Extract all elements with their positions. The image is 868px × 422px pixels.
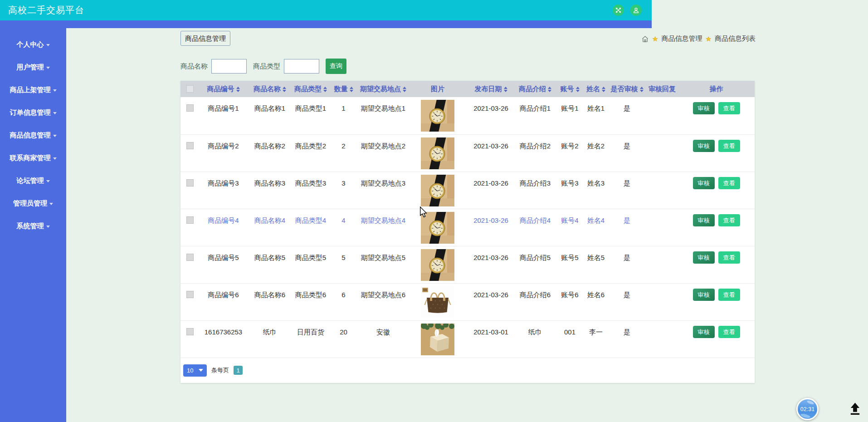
sidebar-item-label: 商品上架管理 (10, 86, 51, 93)
view-button[interactable]: 查看 (718, 289, 740, 301)
product-type-input[interactable] (284, 59, 319, 74)
column-header-label: 商品名称 (254, 85, 281, 93)
table-row: 商品编号5商品名称5商品类型55期望交易地点5 2021-03-26商品介绍5账… (180, 246, 755, 283)
chevron-down-icon (46, 226, 50, 228)
cell-quantity: 20 (329, 320, 358, 358)
audit-button[interactable]: 审核 (693, 251, 715, 264)
sort-icon[interactable] (548, 87, 551, 92)
view-button[interactable]: 查看 (718, 214, 740, 226)
view-button[interactable]: 查看 (718, 326, 740, 338)
breadcrumb-item[interactable]: 商品信息管理 (662, 34, 702, 43)
sidebar-item-order-info[interactable]: 订单信息管理 (0, 101, 66, 124)
sidebar-item-product-listing[interactable]: 商品上架管理 (0, 79, 66, 101)
column-header-audited[interactable]: 是否审核 (608, 81, 646, 97)
watch-photo (421, 212, 454, 244)
sidebar-item-label: 用户管理 (17, 63, 44, 71)
sidebar-item-contact-seller[interactable]: 联系商家管理 (0, 147, 66, 169)
breadcrumb-item[interactable]: 商品信息列表 (715, 34, 756, 43)
home-icon[interactable] (641, 35, 649, 43)
column-header-name[interactable]: 商品名称 (247, 81, 293, 97)
audit-button[interactable]: 审核 (693, 102, 715, 114)
view-button[interactable]: 查看 (718, 102, 740, 114)
cell-location: 期望交易地点3 (358, 172, 408, 209)
cell-location: 期望交易地点1 (358, 97, 408, 134)
select-all-checkbox[interactable] (186, 85, 194, 93)
column-header-label: 商品类型 (294, 85, 322, 93)
sort-icon[interactable] (640, 87, 644, 92)
cell-location: 期望交易地点5 (358, 246, 408, 283)
cell-type: 商品类型4 (293, 209, 329, 246)
column-header-type[interactable]: 商品类型 (293, 81, 329, 97)
audit-button[interactable]: 审核 (693, 289, 715, 301)
sort-icon[interactable] (283, 87, 286, 92)
column-header-quantity[interactable]: 数量 (329, 81, 358, 97)
row-checkbox[interactable] (186, 104, 194, 112)
row-checkbox[interactable] (186, 291, 194, 298)
recording-timer-badge: 02:31 (796, 398, 819, 420)
sort-icon[interactable] (236, 87, 240, 92)
chevron-down-icon (53, 89, 57, 92)
audit-button[interactable]: 审核 (693, 214, 715, 226)
column-header-label: 数量 (334, 85, 348, 93)
row-checkbox[interactable] (186, 328, 194, 335)
sort-icon[interactable] (403, 87, 406, 92)
sidebar-item-forum-management[interactable]: 论坛管理 (0, 169, 66, 192)
cell-date: 2021-03-26 (467, 97, 515, 134)
cell-actions: 审核查看 (678, 134, 755, 172)
cell-date: 2021-03-01 (467, 320, 515, 358)
product-name-input[interactable] (211, 59, 247, 74)
view-button[interactable]: 查看 (718, 177, 740, 189)
cell-product-id: 商品编号3 (200, 172, 247, 209)
cell-account: 账号4 (556, 209, 584, 246)
view-button[interactable]: 查看 (718, 140, 740, 152)
column-header-label: 发布日期 (475, 85, 502, 93)
sidebar-item-system-management[interactable]: 系统管理 (0, 215, 66, 237)
user-button[interactable] (630, 5, 642, 16)
cell-product-id: 商品编号4 (200, 209, 247, 246)
product-type-label: 商品类型 (253, 62, 280, 71)
column-header-account[interactable]: 账号 (556, 81, 584, 97)
column-header-date[interactable]: 发布日期 (467, 81, 515, 97)
row-checkbox[interactable] (186, 254, 194, 261)
sort-icon[interactable] (323, 87, 327, 92)
cell-account: 账号5 (556, 246, 584, 283)
chevron-down-icon (49, 203, 53, 205)
star-icon: ★ (706, 35, 712, 43)
column-header-location[interactable]: 期望交易地点 (358, 81, 408, 97)
audit-button[interactable]: 审核 (693, 140, 715, 152)
upload-icon[interactable] (849, 402, 861, 417)
sort-icon[interactable] (576, 87, 580, 92)
row-checkbox[interactable] (186, 216, 194, 224)
cell-reply (646, 283, 678, 320)
cell-audited: 是 (608, 283, 646, 320)
sidebar-item-product-info[interactable]: 商品信息管理 (0, 124, 66, 147)
page-number-button[interactable]: 1 (234, 366, 243, 375)
sidebar-item-user-management[interactable]: 用户管理 (0, 56, 66, 79)
audit-button[interactable]: 审核 (693, 177, 715, 189)
sort-icon[interactable] (504, 87, 507, 92)
row-checkbox[interactable] (186, 142, 194, 149)
sidebar-item-personal-center[interactable]: 个人中心 (0, 33, 66, 56)
column-header-person[interactable]: 姓名 (584, 81, 608, 97)
query-button[interactable]: 查询 (326, 59, 346, 74)
sort-icon[interactable] (602, 87, 605, 92)
audit-button[interactable]: 审核 (693, 326, 715, 338)
chevron-down-icon (199, 369, 203, 372)
sidebar-item-label: 商品信息管理 (10, 131, 51, 139)
cell-actions: 审核查看 (678, 320, 755, 358)
cell-product-id: 商品编号2 (200, 134, 247, 172)
column-header-product-id[interactable]: 商品编号 (200, 81, 247, 97)
cell-type: 商品类型1 (293, 97, 329, 134)
sort-icon[interactable] (350, 87, 353, 92)
cell-date: 2021-03-26 (467, 134, 515, 172)
sidebar-item-admin-management[interactable]: 管理员管理 (0, 192, 66, 215)
view-button[interactable]: 查看 (718, 251, 740, 264)
cell-quantity: 3 (329, 172, 358, 209)
cell-image (408, 134, 467, 172)
cell-name: 商品名称3 (247, 172, 293, 209)
cell-person: 姓名2 (584, 134, 608, 172)
fullscreen-button[interactable] (613, 5, 624, 16)
page-size-select[interactable]: 10 (183, 364, 207, 377)
column-header-intro[interactable]: 商品介绍 (515, 81, 556, 97)
row-checkbox[interactable] (186, 179, 194, 186)
